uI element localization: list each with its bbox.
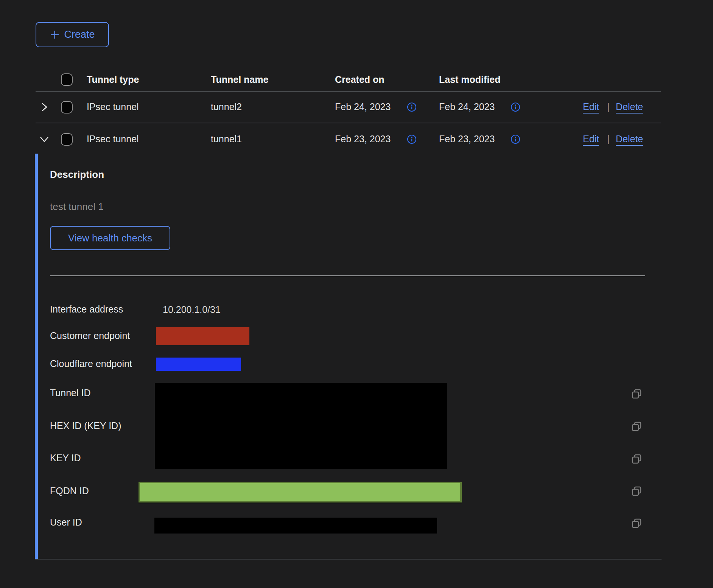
tunnels-page: Create Tunnel type Tunnel name Created o… [0,0,713,588]
delete-link[interactable]: Delete [616,101,643,112]
row-checkbox[interactable] [61,101,73,114]
interface-address-value: 10.200.1.0/31 [163,304,221,315]
copy-icon[interactable] [631,518,642,529]
user-id-redacted-value [154,518,437,534]
plus-icon [50,30,60,40]
row-divider [36,123,661,123]
copy-icon[interactable] [631,454,642,464]
expand-indicator-bar [35,154,38,559]
info-icon[interactable] [407,134,417,144]
ids-redacted-value [155,383,447,469]
cell-tunnel-name: tunnel1 [211,134,242,145]
delete-link[interactable]: Delete [616,134,643,145]
interface-address-label: Interface address [50,304,123,315]
description-value: test tunnel 1 [50,201,104,213]
cell-last-modified: Feb 23, 2023 [439,134,495,145]
cell-last-modified: Feb 24, 2023 [439,101,495,112]
copy-icon[interactable] [631,389,642,399]
tunnel-id-label: Tunnel ID [50,387,90,398]
edit-link[interactable]: Edit [583,134,599,145]
create-button[interactable]: Create [36,22,109,47]
cloudflare-endpoint-redacted-value [156,358,241,371]
edit-link[interactable]: Edit [583,101,599,112]
row-checkbox[interactable] [61,133,73,146]
fqdn-id-redacted-value [139,482,462,502]
cell-tunnel-type: IPsec tunnel [87,101,139,112]
action-separator: | [607,134,610,145]
panel-divider [50,275,645,276]
customer-endpoint-redacted-value [156,327,249,345]
key-id-label: KEY ID [50,453,81,464]
action-separator: | [607,101,610,112]
user-id-label: User ID [50,517,82,528]
customer-endpoint-label: Customer endpoint [50,330,130,341]
bottom-divider [35,559,662,560]
info-icon[interactable] [407,102,417,112]
column-header-created-on: Created on [335,74,385,85]
description-label: Description [50,169,104,180]
cloudflare-endpoint-label: Cloudflare endpoint [50,358,132,369]
chevron-right-icon[interactable] [39,101,50,113]
chevron-down-icon[interactable] [39,134,50,145]
info-icon[interactable] [511,134,520,144]
info-icon[interactable] [511,102,520,112]
cell-created-on: Feb 24, 2023 [335,101,391,112]
copy-icon[interactable] [631,421,642,432]
create-button-label: Create [64,29,95,40]
column-header-last-modified: Last modified [439,74,501,85]
column-header-tunnel-type: Tunnel type [87,74,139,85]
cell-tunnel-type: IPsec tunnel [87,134,139,145]
cell-created-on: Feb 23, 2023 [335,134,391,145]
header-divider [36,91,661,92]
copy-icon[interactable] [631,486,642,496]
hex-id-label: HEX ID (KEY ID) [50,420,121,431]
select-all-checkbox[interactable] [61,73,73,86]
cell-tunnel-name: tunnel2 [211,101,242,112]
column-header-tunnel-name: Tunnel name [211,74,268,85]
view-health-checks-button[interactable]: View health checks [50,226,170,250]
fqdn-id-label: FQDN ID [50,485,89,496]
